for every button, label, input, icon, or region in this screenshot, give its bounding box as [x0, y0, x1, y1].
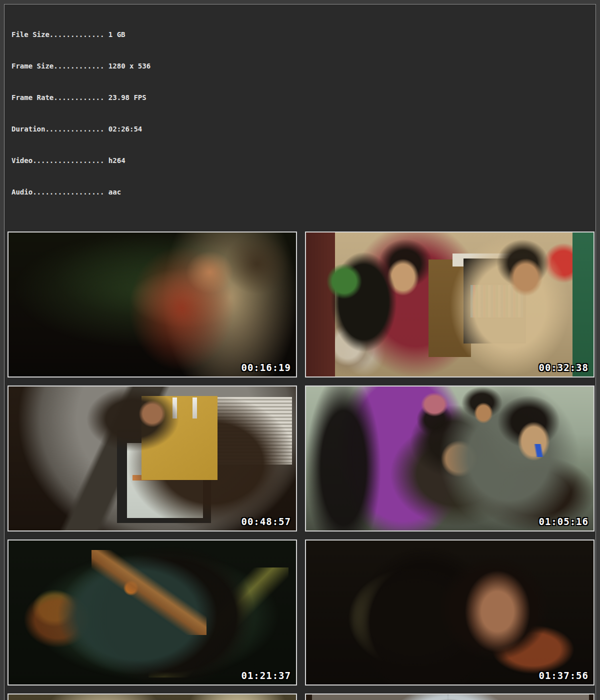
media-info-value: 02:26:54 — [104, 125, 142, 133]
media-info-label: Duration — [12, 125, 45, 133]
screenshot-thumbnail-2: 00:32:38 — [305, 232, 594, 378]
media-info-value: aac — [104, 188, 121, 196]
media-info-row: Audio.................aac — [12, 187, 592, 198]
screenshot-grid: 00:16:19 00:32:38 00:48:57 01:05:16 01:2… — [8, 232, 592, 700]
media-info-label: File Size — [12, 30, 50, 38]
screenshot-thumbnail-8: 02:10:34 — [305, 694, 594, 700]
media-info-label: Audio — [12, 188, 32, 196]
media-info-dots: ............ — [54, 94, 104, 102]
media-info-label: Frame Rate — [12, 94, 54, 102]
timestamp-overlay: 00:16:19 — [241, 362, 291, 373]
media-info-row: Duration..............02:26:54 — [12, 124, 592, 134]
screenshot-thumbnail-5: 01:21:37 — [8, 540, 297, 686]
media-info-dots: ................. — [32, 156, 104, 164]
media-info-value: h264 — [104, 156, 125, 164]
timestamp-overlay: 00:32:38 — [538, 362, 588, 373]
timestamp-overlay: 00:48:57 — [241, 516, 291, 527]
timestamp-overlay: 01:21:37 — [241, 670, 291, 681]
media-info-row: File Size.............1 GB — [12, 30, 592, 40]
screenshot-thumbnail-4: 01:05:16 — [305, 386, 594, 532]
media-info-value: 1280 x 536 — [104, 62, 150, 70]
media-info-row: Frame Rate............23.98 FPS — [12, 92, 592, 103]
media-info-row: Video.................h264 — [12, 156, 592, 166]
screenshot-thumbnail-6: 01:37:56 — [305, 540, 594, 686]
timestamp-overlay: 01:05:16 — [538, 516, 588, 527]
media-info-row: Frame Size............1280 x 536 — [12, 61, 592, 72]
media-info-label: Video — [12, 156, 32, 164]
media-info-block: File Size.............1 GB Frame Size...… — [8, 8, 592, 218]
screenshot-thumbnail-7: 01:54:15 — [8, 694, 297, 700]
media-info-dots: .............. — [45, 125, 104, 133]
media-info-label: Frame Size — [12, 62, 54, 70]
media-info-value: 23.98 FPS — [104, 94, 146, 102]
media-info-dots: ................. — [32, 188, 104, 196]
screenshot-thumbnail-3: 00:48:57 — [8, 386, 297, 532]
screenshot-thumbnail-1: 00:16:19 — [8, 232, 297, 378]
media-info-value: 1 GB — [104, 30, 125, 38]
page-frame: File Size.............1 GB Frame Size...… — [4, 4, 596, 700]
media-info-dots: ............. — [50, 30, 104, 38]
media-info-dots: ............ — [54, 62, 104, 70]
timestamp-overlay: 01:37:56 — [538, 670, 588, 681]
